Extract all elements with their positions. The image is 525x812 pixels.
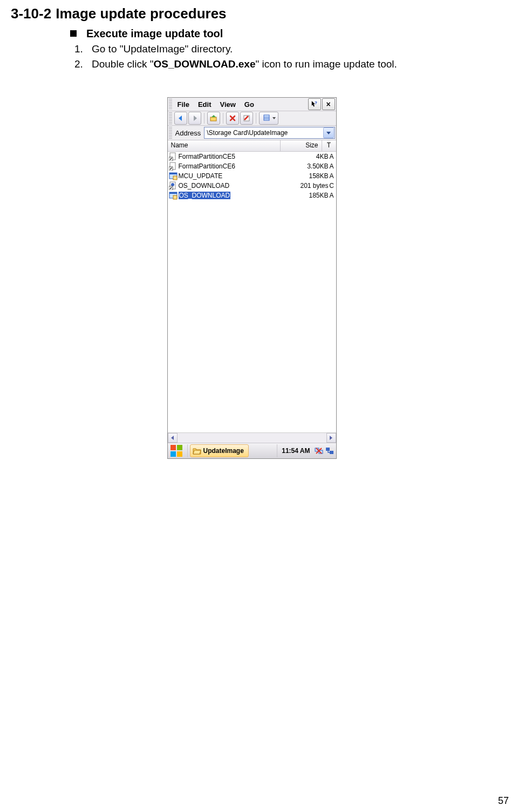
scroll-right-button[interactable] xyxy=(326,433,336,443)
shortcut-icon xyxy=(169,152,178,161)
file-attr: A xyxy=(329,163,335,170)
section-number: 3-10-2 xyxy=(11,5,51,22)
scroll-track[interactable] xyxy=(178,433,326,443)
svg-rect-21 xyxy=(326,448,330,451)
file-size: 201 bytes xyxy=(289,182,329,190)
shortcut-icon xyxy=(169,162,178,171)
taskbar-app-label: UpdateImage xyxy=(203,447,244,455)
exe-icon xyxy=(169,172,178,180)
svg-rect-17 xyxy=(169,192,177,194)
svg-rect-1 xyxy=(210,117,216,121)
back-button[interactable] xyxy=(174,112,187,125)
address-input[interactable] xyxy=(204,129,322,137)
step-1: 1.Go to "UpdateImage" directory. xyxy=(74,43,493,55)
file-attr: C xyxy=(329,182,335,190)
grip-icon xyxy=(169,99,172,110)
exe-icon xyxy=(169,191,178,200)
system-tray xyxy=(312,446,336,455)
step-text-after: " icon to run image update tool. xyxy=(255,58,397,70)
delete-button[interactable] xyxy=(226,112,239,125)
page-number: 57 xyxy=(498,795,509,807)
folder-open-icon xyxy=(193,447,201,455)
address-label: Address xyxy=(174,129,202,137)
file-row[interactable]: OS_DOWNLOAD 201 bytes C xyxy=(168,181,336,191)
file-row[interactable]: MCU_UPDATE 158KB A xyxy=(168,171,336,181)
file-attr: A xyxy=(329,192,335,199)
svg-rect-18 xyxy=(173,195,177,199)
network-icon[interactable] xyxy=(325,446,334,455)
file-name: OS_DOWNLOAD xyxy=(179,182,289,190)
file-attr: A xyxy=(329,153,335,160)
help-cursor-icon: ? xyxy=(311,100,318,108)
step-text: Go to "UpdateImage" directory. xyxy=(92,43,233,55)
svg-text:?: ? xyxy=(315,100,317,105)
column-headers: Name Size T xyxy=(168,140,336,152)
file-size: 185KB xyxy=(289,192,329,199)
step-2: 2.Double click "OS_DOWNLOAD.exe" icon to… xyxy=(74,58,493,70)
sub-heading-text: Execute image update tool xyxy=(86,28,223,39)
start-button[interactable] xyxy=(170,444,183,457)
grip-icon xyxy=(169,127,172,139)
menu-edit[interactable]: Edit xyxy=(194,99,216,110)
col-size[interactable]: Size xyxy=(281,140,322,151)
horizontal-scrollbar[interactable] xyxy=(168,432,336,443)
file-row[interactable]: FormatPartitionCE6 3.50KB A xyxy=(168,161,336,171)
shortcut-icon xyxy=(169,181,178,190)
step-text-bold: OS_DOWNLOAD.exe xyxy=(153,58,255,70)
svg-rect-12 xyxy=(173,176,177,180)
address-bar: Address xyxy=(168,126,336,140)
taskbar-app[interactable]: UpdateImage xyxy=(190,444,249,457)
file-name: FormatPartitionCE5 xyxy=(179,153,289,160)
view-mode-button[interactable] xyxy=(259,112,278,125)
address-dropdown[interactable] xyxy=(323,127,334,138)
menu-bar: File Edit View Go ? × xyxy=(168,98,336,111)
file-name: OS_DOWNLOAD xyxy=(179,192,289,199)
taskbar-clock: 11:54 AM xyxy=(279,447,312,455)
close-button[interactable]: × xyxy=(322,98,335,110)
section-title: Image update procedures xyxy=(56,5,226,22)
file-size: 158KB xyxy=(289,172,329,180)
section-heading: 3-10-2Image update procedures xyxy=(11,5,493,22)
file-size: 3.50KB xyxy=(289,163,329,170)
menu-go[interactable]: Go xyxy=(240,99,258,110)
device-screenshot: File Edit View Go ? × Address xyxy=(167,97,337,459)
help-button[interactable]: ? xyxy=(308,98,321,110)
file-row-selected[interactable]: OS_DOWNLOAD 185KB A xyxy=(168,191,336,200)
step-number: 1. xyxy=(74,43,92,55)
taskbar: UpdateImage 11:54 AM xyxy=(168,443,336,458)
svg-point-14 xyxy=(171,183,174,186)
file-name: FormatPartitionCE6 xyxy=(179,163,289,170)
file-row[interactable]: FormatPartitionCE5 4KB A xyxy=(168,152,336,161)
step-text-before: Double click " xyxy=(92,58,153,70)
toolbar xyxy=(168,111,336,126)
file-list: FormatPartitionCE5 4KB A FormatPartition… xyxy=(168,152,336,432)
svg-rect-3 xyxy=(264,115,269,120)
step-number: 2. xyxy=(74,58,92,70)
square-bullet-icon xyxy=(70,30,77,37)
col-type[interactable]: T xyxy=(322,140,336,151)
menu-file[interactable]: File xyxy=(173,99,194,110)
file-name: MCU_UPDATE xyxy=(179,172,289,180)
grip-icon xyxy=(169,112,172,124)
up-button[interactable] xyxy=(207,112,220,125)
scroll-left-button[interactable] xyxy=(168,433,178,443)
file-attr: A xyxy=(329,172,335,180)
sub-heading: Execute image update tool xyxy=(70,28,493,40)
network-disconnected-icon[interactable] xyxy=(315,446,323,455)
forward-button[interactable] xyxy=(188,112,201,125)
properties-button[interactable] xyxy=(240,112,253,125)
menu-view[interactable]: View xyxy=(215,99,240,110)
address-field-wrap[interactable] xyxy=(204,127,335,139)
svg-rect-11 xyxy=(169,173,177,174)
file-size: 4KB xyxy=(289,153,329,160)
col-name[interactable]: Name xyxy=(168,140,281,151)
